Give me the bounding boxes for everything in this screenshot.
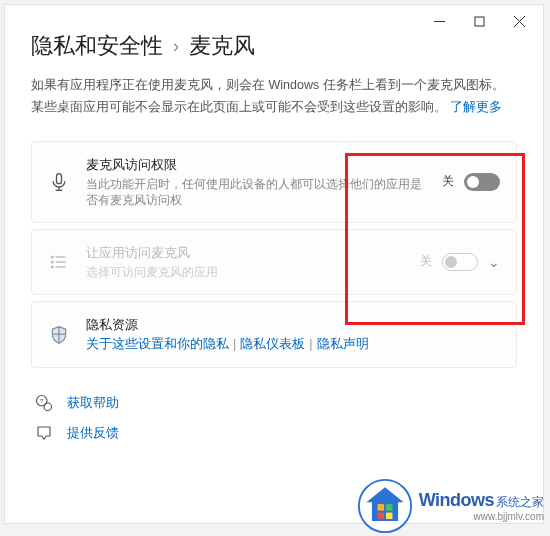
svg-rect-18 bbox=[386, 504, 393, 511]
privacy-link-about[interactable]: 关于这些设置和你的隐私 bbox=[86, 337, 229, 351]
mic-access-state: 关 bbox=[442, 173, 454, 190]
house-logo-icon bbox=[357, 478, 413, 534]
microphone-icon bbox=[48, 172, 70, 192]
watermark: Windows 系统之家 www.bjjmlv.com bbox=[357, 478, 544, 534]
maximize-button[interactable] bbox=[459, 7, 499, 35]
page-title: 麦克风 bbox=[189, 31, 255, 61]
chevron-right-icon: › bbox=[173, 36, 179, 57]
get-help-link[interactable]: ? 获取帮助 bbox=[31, 388, 517, 418]
list-icon bbox=[48, 252, 70, 272]
privacy-resources-card: 隐私资源 关于这些设置和你的隐私|隐私仪表板|隐私声明 bbox=[31, 301, 517, 368]
svg-point-14 bbox=[44, 403, 52, 411]
mic-access-subtitle: 当此功能开启时，任何使用此设备的人都可以选择他们的应用是否有麦克风访问权 bbox=[86, 176, 426, 208]
svg-point-10 bbox=[52, 256, 54, 258]
privacy-resources-title: 隐私资源 bbox=[86, 316, 500, 334]
app-access-card[interactable]: 让应用访问麦克风 选择可访问麦克风的应用 关 ⌄ bbox=[31, 229, 517, 295]
svg-text:?: ? bbox=[40, 398, 44, 404]
svg-rect-4 bbox=[57, 174, 62, 184]
shield-icon bbox=[48, 325, 70, 345]
page-description: 如果有应用程序正在使用麦克风，则会在 Windows 任务栏上看到一个麦克风图标… bbox=[31, 75, 517, 119]
app-access-state: 关 bbox=[420, 253, 432, 270]
mic-access-title: 麦克风访问权限 bbox=[86, 156, 426, 174]
svg-point-11 bbox=[52, 261, 54, 263]
svg-rect-20 bbox=[386, 513, 393, 520]
chevron-down-icon[interactable]: ⌄ bbox=[488, 254, 500, 270]
svg-rect-1 bbox=[475, 17, 484, 26]
learn-more-link[interactable]: 了解更多 bbox=[450, 100, 502, 114]
svg-rect-17 bbox=[377, 504, 384, 511]
breadcrumb-parent[interactable]: 隐私和安全性 bbox=[31, 31, 163, 61]
privacy-link-statement[interactable]: 隐私声明 bbox=[317, 337, 369, 351]
privacy-link-dashboard[interactable]: 隐私仪表板 bbox=[240, 337, 305, 351]
app-access-subtitle: 选择可访问麦克风的应用 bbox=[86, 264, 404, 280]
app-access-title: 让应用访问麦克风 bbox=[86, 244, 404, 262]
mic-access-card: 麦克风访问权限 当此功能开启时，任何使用此设备的人都可以选择他们的应用是否有麦克… bbox=[31, 141, 517, 223]
svg-point-12 bbox=[52, 266, 54, 268]
app-access-toggle[interactable] bbox=[442, 253, 478, 271]
breadcrumb: 隐私和安全性 › 麦克风 bbox=[31, 31, 517, 61]
minimize-button[interactable] bbox=[419, 7, 459, 35]
svg-rect-19 bbox=[377, 513, 384, 520]
mic-access-toggle[interactable] bbox=[464, 173, 500, 191]
give-feedback-link[interactable]: 提供反馈 bbox=[31, 418, 517, 448]
close-button[interactable] bbox=[499, 7, 539, 35]
